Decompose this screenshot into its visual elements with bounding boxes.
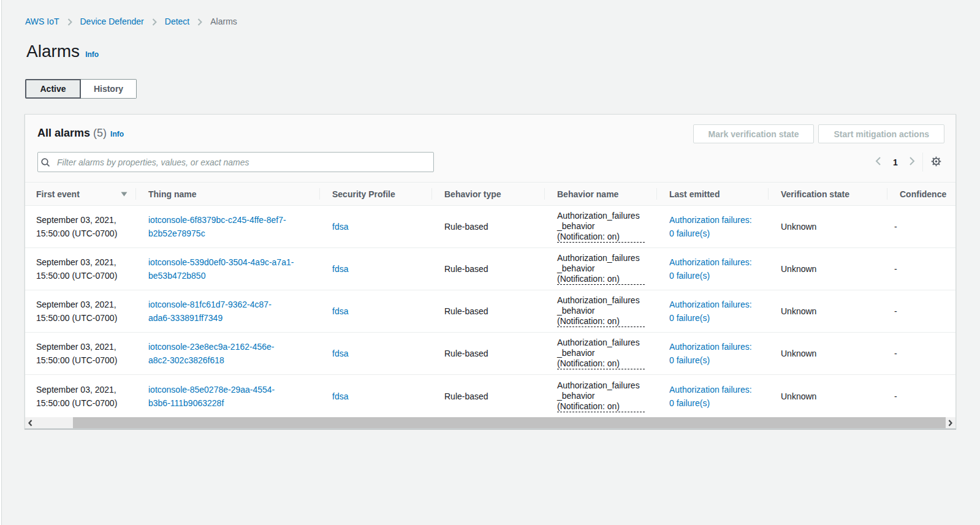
pagination-current-page[interactable]: 1	[887, 157, 904, 167]
pagination: 1	[871, 152, 943, 172]
security-profile-link[interactable]: fdsa	[332, 222, 348, 232]
first-event-value: September 03, 2021,15:50:00 (UTC-0700)	[36, 213, 127, 240]
notification-tooltip-trigger[interactable]: (Notification: on)	[557, 401, 645, 412]
filter-box	[37, 152, 434, 172]
cell-behavior-type: Rule-based	[432, 290, 545, 332]
cell-behavior-type: Rule-based	[432, 248, 545, 290]
behavior-name-value: Authorization_failures_behavior	[557, 295, 640, 315]
cell-thing-name: iotconsole-81fc61d7-9362-4c87-ada6-33389…	[136, 290, 320, 332]
tab-active[interactable]: Active	[25, 79, 81, 99]
preferences-button[interactable]	[929, 155, 943, 170]
last-emitted-link[interactable]: Authorization failures:0 failure(s)	[669, 257, 752, 281]
tab-history[interactable]: History	[81, 79, 137, 99]
behavior-type-value: Rule-based	[444, 220, 536, 233]
cell-behavior-name: Authorization_failures_behavior(Notifica…	[545, 375, 657, 417]
behavior-type-value: Rule-based	[444, 262, 536, 276]
column-header-verification-state[interactable]: Verification state	[769, 183, 887, 205]
thing-name-link[interactable]: iotconsole-85e0278e-29aa-4554-b3b6-111b9…	[148, 385, 275, 408]
first-event-value: September 03, 2021,15:50:00 (UTC-0700)	[36, 255, 127, 282]
thing-name-link[interactable]: iotconsole-539d0ef0-3504-4a9c-a7a1-be53b…	[148, 257, 294, 281]
cell-verification-state: Unknown	[769, 375, 887, 417]
card-title-count: (5)	[93, 127, 107, 139]
cell-last-emitted: Authorization failures:0 failure(s)	[657, 375, 769, 417]
notification-tooltip-trigger[interactable]: (Notification: on)	[557, 232, 645, 243]
column-header-label: First event	[36, 189, 80, 199]
security-profile-link[interactable]: fdsa	[332, 391, 348, 401]
cell-first-event: September 03, 2021,15:50:00 (UTC-0700)	[25, 375, 136, 417]
column-header-first-event[interactable]: First event	[25, 183, 136, 205]
column-header-confidence[interactable]: Confidence	[887, 183, 955, 205]
card-actions: Mark verification state Start mitigation…	[693, 124, 944, 143]
chevron-right-icon	[909, 156, 915, 168]
column-header-behavior-type[interactable]: Behavior type	[432, 183, 545, 205]
cell-behavior-name: Authorization_failures_behavior(Notifica…	[545, 290, 657, 332]
cell-thing-name: iotconsole-85e0278e-29aa-4554-b3b6-111b9…	[136, 375, 320, 417]
verification-state-value: Unknown	[781, 220, 879, 233]
column-header-label: Behavior name	[557, 189, 618, 199]
horizontal-scrollbar[interactable]	[25, 417, 955, 428]
cell-behavior-type: Rule-based	[432, 206, 545, 247]
cell-thing-name: iotconsole-6f8379bc-c245-4ffe-8ef7-b2b52…	[136, 206, 320, 247]
behavior-name-value: Authorization_failures_behavior	[557, 211, 640, 231]
table-row: September 03, 2021,15:50:00 (UTC-0700) i…	[25, 375, 955, 417]
all-alarms-card: All alarms (5)Info Mark verification sta…	[25, 114, 956, 429]
cell-behavior-type: Rule-based	[432, 333, 545, 374]
pagination-next-button[interactable]	[905, 155, 919, 170]
security-profile-link[interactable]: fdsa	[332, 264, 348, 274]
thing-name-link[interactable]: iotconsole-81fc61d7-9362-4c87-ada6-33389…	[148, 300, 272, 323]
pagination-prev-button[interactable]	[871, 155, 886, 170]
table-row: September 03, 2021,15:50:00 (UTC-0700) i…	[25, 333, 955, 375]
card-title: All alarms (5)Info	[37, 124, 124, 144]
column-header-security-profile[interactable]: Security Profile	[320, 183, 432, 205]
breadcrumb-item-detect[interactable]: Detect	[165, 17, 189, 27]
confidence-value: -	[894, 220, 947, 233]
column-header-label: Behavior type	[444, 189, 501, 199]
breadcrumb-chevron-icon	[67, 18, 72, 26]
page-title-info-link[interactable]: Info	[85, 50, 99, 59]
start-mitigation-actions-button[interactable]: Start mitigation actions	[818, 124, 944, 143]
column-header-thing-name[interactable]: Thing name	[136, 183, 320, 205]
mark-verification-state-button[interactable]: Mark verification state	[693, 124, 815, 143]
card-title-info-link[interactable]: Info	[110, 130, 124, 138]
confidence-value: -	[894, 347, 947, 360]
notification-tooltip-trigger[interactable]: (Notification: on)	[557, 316, 645, 327]
notification-tooltip-trigger[interactable]: (Notification: on)	[557, 274, 645, 285]
column-header-label: Security Profile	[332, 189, 395, 199]
confidence-value: -	[894, 262, 947, 276]
last-emitted-link[interactable]: Authorization failures:0 failure(s)	[669, 385, 752, 408]
column-header-behavior-name[interactable]: Behavior name	[545, 183, 657, 205]
thing-name-link[interactable]: iotconsole-6f8379bc-c245-4ffe-8ef7-b2b52…	[148, 215, 286, 238]
breadcrumb-chevron-icon	[152, 18, 157, 26]
chevron-left-icon	[875, 156, 881, 168]
last-emitted-link[interactable]: Authorization failures:0 failure(s)	[669, 300, 752, 323]
page-background: AWS IoT Device Defender Detect Alarms Al…	[1, 0, 980, 525]
cell-verification-state: Unknown	[769, 333, 887, 374]
cell-thing-name: iotconsole-23e8ec9a-2162-456e-a8c2-302c3…	[136, 333, 320, 374]
behavior-type-value: Rule-based	[444, 390, 536, 403]
verification-state-value: Unknown	[781, 304, 879, 318]
cell-confidence: -	[887, 333, 955, 374]
cell-verification-state: Unknown	[769, 206, 887, 247]
notification-tooltip-trigger[interactable]: (Notification: on)	[557, 358, 645, 369]
breadcrumb-item-device-defender[interactable]: Device Defender	[80, 17, 144, 27]
card-title-text: All alarms	[37, 127, 90, 139]
cell-confidence: -	[887, 375, 955, 417]
column-header-last-emitted[interactable]: Last emitted	[657, 183, 769, 205]
breadcrumb-item-aws-iot[interactable]: AWS IoT	[25, 17, 59, 27]
page-title: Alarms	[26, 42, 80, 61]
cell-security-profile: fdsa	[320, 206, 432, 247]
cell-verification-state: Unknown	[769, 248, 887, 290]
scrollbar-thumb[interactable]	[73, 417, 946, 428]
cell-behavior-name: Authorization_failures_behavior(Notifica…	[545, 248, 657, 290]
verification-state-value: Unknown	[781, 347, 879, 360]
scrollbar-left-arrow[interactable]	[25, 417, 36, 428]
breadcrumb-chevron-icon	[197, 18, 202, 26]
last-emitted-link[interactable]: Authorization failures:0 failure(s)	[669, 215, 752, 238]
cell-last-emitted: Authorization failures:0 failure(s)	[657, 206, 769, 247]
thing-name-link[interactable]: iotconsole-23e8ec9a-2162-456e-a8c2-302c3…	[148, 342, 274, 365]
filter-input[interactable]	[57, 157, 428, 167]
last-emitted-link[interactable]: Authorization failures:0 failure(s)	[669, 342, 752, 365]
security-profile-link[interactable]: fdsa	[332, 306, 348, 316]
scrollbar-right-arrow[interactable]	[945, 417, 955, 428]
security-profile-link[interactable]: fdsa	[332, 349, 348, 358]
